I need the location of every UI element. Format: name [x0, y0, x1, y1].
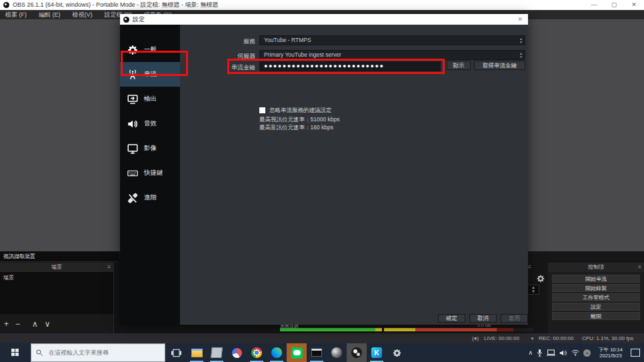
taskbar-settings[interactable] — [387, 343, 407, 362]
settings-tab-advanced[interactable]: 進階 — [120, 185, 180, 210]
move-scene-down-icon[interactable]: ∨ — [45, 319, 51, 329]
live-time: LIVE: 00:00:00 — [484, 333, 519, 343]
start-recording-button[interactable]: 開始錄製 — [552, 284, 640, 292]
terminal-icon — [311, 349, 322, 357]
service-value: YouTube - RTMPS — [264, 37, 311, 43]
start-button[interactable] — [0, 343, 31, 362]
start-streaming-button[interactable]: 開始串流 — [552, 275, 640, 283]
taskbar-notes-app[interactable] — [207, 343, 227, 362]
settings-dialog-titlebar[interactable]: 設定 ✕ — [120, 14, 528, 25]
highlight-stream-tab — [121, 51, 188, 76]
notes-app-icon — [211, 347, 223, 358]
minimize-button[interactable]: — — [584, 0, 604, 10]
taskbar-terminal[interactable] — [307, 343, 327, 362]
taskbar-search[interactable] — [31, 343, 165, 362]
scenes-panel: 場景 ≡ 場景 + − ∧ ∨ — [0, 263, 114, 333]
controls-panel-header: 控制項 ≡ — [548, 263, 644, 272]
get-stream-key-button[interactable]: 取得串流金鑰 — [474, 61, 525, 70]
settings-button[interactable]: 設定 — [552, 303, 640, 311]
taskbar-clock[interactable]: 下午 10:14 2021/5/23 — [595, 347, 627, 359]
controls-panel-title: 控制項 — [588, 264, 604, 270]
live-icon: (●) — [472, 333, 479, 343]
remove-scene-icon[interactable]: − — [15, 319, 20, 329]
wifi-icon[interactable] — [571, 349, 579, 356]
microphone-icon[interactable] — [537, 349, 543, 357]
controls-panel: 控制項 ≡ 開始串流 開始錄製 工作室模式 設定 離開 — [548, 263, 644, 333]
search-input[interactable] — [47, 349, 157, 357]
ok-button[interactable]: 確定 — [438, 314, 465, 323]
speaker-icon — [127, 118, 139, 130]
server-value: Primary YouTube ingest server — [264, 51, 341, 58]
taskbar-paint-tool[interactable] — [227, 343, 247, 362]
taskbar-k-app[interactable]: K — [367, 343, 387, 362]
show-key-button[interactable]: 顯示 — [447, 61, 471, 70]
volume-meter — [280, 328, 533, 331]
dialog-close-button[interactable]: ✕ — [517, 16, 523, 23]
settings-tab-label: 影像 — [144, 144, 157, 153]
service-label: 服務 — [173, 37, 255, 46]
taskbar-line-app[interactable] — [287, 343, 307, 362]
output-icon — [127, 93, 139, 105]
menu-edit[interactable]: 編輯 (E) — [39, 10, 61, 19]
monitor-icon — [127, 143, 139, 155]
menu-view[interactable]: 檢視(V) — [73, 10, 93, 19]
sphere-app-icon — [331, 347, 342, 358]
file-explorer-icon — [191, 349, 203, 357]
settings-tab-hotkeys[interactable]: 快捷鍵 — [120, 161, 180, 185]
settings-tab-video[interactable]: 影像 — [120, 136, 180, 161]
panel-menu-icon[interactable]: ≡ — [638, 263, 641, 272]
settings-tab-output[interactable]: 輸出 — [120, 87, 180, 111]
task-view-button[interactable] — [165, 343, 187, 362]
settings-dialog-title: 設定 — [133, 15, 145, 24]
studio-mode-button[interactable]: 工作室模式 — [552, 293, 640, 301]
ignore-recommendations-checkbox[interactable] — [259, 107, 265, 113]
scenes-panel-title: 場景 — [51, 264, 62, 270]
device-icon[interactable] — [547, 349, 555, 356]
mixer-gear-icon[interactable] — [536, 274, 545, 283]
paint-tool-icon — [232, 348, 242, 358]
mixer-dock-menu-icon[interactable]: ≡ — [528, 264, 531, 270]
status-x-icon[interactable]: × — [583, 349, 591, 357]
action-center-icon[interactable] — [631, 349, 640, 357]
taskbar-chrome[interactable] — [247, 343, 267, 362]
move-scene-up-icon[interactable]: ∧ — [32, 319, 38, 329]
taskbar-sphere-app[interactable] — [327, 343, 347, 362]
apply-button[interactable]: 套用 — [501, 314, 528, 323]
close-button[interactable]: ✕ — [624, 0, 644, 10]
add-scene-icon[interactable]: + — [4, 319, 9, 329]
scene-list-item[interactable]: 場景 — [0, 272, 113, 283]
obs-dialog-icon — [123, 17, 129, 23]
taskbar-file-explorer[interactable] — [187, 343, 207, 362]
service-select[interactable]: YouTube - RTMPS ▲▼ — [259, 35, 525, 45]
line-app-icon — [291, 347, 303, 359]
k-app-icon: K — [371, 347, 382, 358]
max-video-bitrate-text: 最高視訊位元速率：51000 kbps — [259, 116, 339, 124]
settings-tab-label: 快捷鍵 — [144, 169, 163, 177]
select-spinner-icon: ▲▼ — [519, 37, 523, 44]
rec-time: REC: 00:00:00 — [539, 333, 573, 343]
speaker-icon[interactable] — [559, 349, 567, 357]
rec-icon: ● — [531, 333, 534, 343]
panel-menu-icon[interactable]: ≡ — [107, 263, 111, 272]
exit-button[interactable]: 離開 — [552, 312, 640, 320]
settings-tab-label: 輸出 — [144, 95, 157, 103]
maximize-button[interactable]: ▢ — [604, 0, 624, 10]
taskbar-obs[interactable] — [347, 343, 367, 362]
tray-chevron-icon[interactable]: ∧ — [528, 349, 533, 356]
desktop: OBS 26.1.1 (64-bit, windows) - Portable … — [0, 0, 644, 362]
obs-app-icon — [3, 2, 9, 8]
cancel-button[interactable]: 取消 — [469, 314, 497, 323]
settings-tab-audio[interactable]: 音效 — [120, 111, 180, 136]
taskbar-edge[interactable] — [267, 343, 287, 362]
scenes-list: 場景 — [0, 272, 113, 314]
settings-tab-label: 音效 — [144, 119, 157, 128]
system-tray: ∧ × 下午 10:14 2021/5/23 — [528, 343, 644, 362]
menu-file[interactable]: 檔案 (F) — [5, 10, 27, 19]
windows-taskbar: K ∧ × 下午 10:14 — [0, 343, 644, 362]
video-capture-device-titlebar[interactable]: 視訊擷取裝置 — [0, 251, 119, 262]
sources-dock-sliver — [114, 251, 120, 333]
max-audio-bitrate-text: 最高音訊位元速率：160 kbps — [259, 124, 333, 132]
transition-duration-spinner[interactable]: ▲ ▼ — [527, 285, 539, 295]
spinner-down-icon[interactable]: ▼ — [528, 289, 539, 293]
settings-tab-label: 進階 — [144, 193, 157, 202]
